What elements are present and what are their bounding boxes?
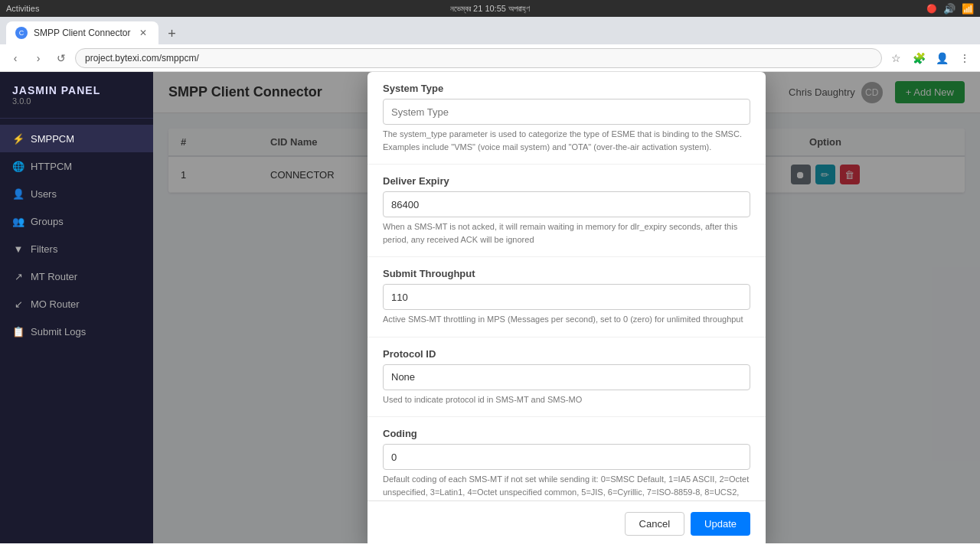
new-tab-button[interactable]: + (162, 23, 183, 44)
submit-logs-label: Submit Logs (31, 326, 86, 337)
help-protocol-id: Used to indicate protocol id in SMS-MT a… (383, 393, 750, 406)
address-bar: ‹ › ↺ ☆ 🧩 👤 ⋮ (0, 44, 980, 72)
label-system-type: System Type (383, 83, 750, 94)
menu-button[interactable]: ⋮ (956, 49, 974, 67)
mt-router-icon: ↗ (12, 270, 24, 282)
label-submit-throughput: Submit Throughput (383, 268, 750, 279)
back-button[interactable]: ‹ (6, 49, 24, 67)
help-submit-throughput: Active SMS-MT throttling in MPS (Message… (383, 313, 750, 326)
groups-label: Groups (31, 216, 64, 227)
tray-icon-1: 🔊 (943, 3, 956, 15)
datetime: নভেম্বর 21 10:55 অপরাহ্ণ (450, 4, 530, 14)
help-deliver-expiry: When a SMS-MT is not acked, it will rema… (383, 220, 750, 246)
url-input[interactable] (75, 48, 882, 68)
sidebar-item-users[interactable]: 👤 Users (0, 180, 153, 207)
tab-close-button[interactable]: ✕ (137, 27, 149, 39)
input-protocol-id[interactable] (383, 364, 750, 390)
activities-label[interactable]: Activities (6, 4, 39, 13)
form-group-deliver-expiry: Deliver Expiry When a SMS-MT is not acke… (368, 165, 766, 257)
page-wrapper: JASMIN PANEL 3.0.0 ⚡ SMPPCM 🌐 HTTPCM 👤 U… (0, 72, 980, 543)
sidebar-logo: JASMIN PANEL 3.0.0 (0, 72, 153, 119)
sidebar-item-submit-logs[interactable]: 📋 Submit Logs (0, 318, 153, 345)
input-deliver-expiry[interactable] (383, 191, 750, 217)
main-content: SMPP Client Connector Chris Daughtry CD … (153, 72, 980, 543)
sidebar-item-httpcm[interactable]: 🌐 HTTPCM (0, 152, 153, 180)
input-coding[interactable] (383, 444, 750, 470)
edit-modal: System Type The system_type parameter is… (368, 72, 766, 543)
extensions-button[interactable]: 🧩 (910, 49, 928, 67)
users-icon: 👤 (12, 187, 24, 200)
tray-indicator: 🔴 (926, 4, 937, 14)
sidebar-item-filters[interactable]: ▼ Filters (0, 235, 153, 262)
input-system-type[interactable] (383, 99, 750, 125)
label-protocol-id: Protocol ID (383, 348, 750, 360)
tab-bar: C SMPP Client Connector ✕ + (0, 17, 980, 44)
tray-icon-2: 📶 (962, 3, 974, 15)
mo-router-icon: ↙ (12, 298, 24, 310)
label-coding: Coding (383, 428, 750, 439)
label-deliver-expiry: Deliver Expiry (383, 175, 750, 187)
system-topbar: Activities নভেম্বর 21 10:55 অপরাহ্ণ 🔴 🔊 … (0, 0, 980, 17)
system-tray: 🔴 🔊 📶 (926, 3, 974, 15)
modal-overlay: System Type The system_type parameter is… (153, 72, 980, 543)
tab-favicon: C (15, 27, 28, 39)
version-text: 3.0.0 (12, 96, 141, 106)
tab-title: SMPP Client Connector (34, 28, 131, 38)
groups-icon: 👥 (12, 215, 24, 227)
sidebar: JASMIN PANEL 3.0.0 ⚡ SMPPCM 🌐 HTTPCM 👤 U… (0, 72, 153, 543)
form-group-protocol-id: Protocol ID Used to indicate protocol id… (368, 337, 766, 418)
forward-button[interactable]: › (29, 49, 47, 67)
smppcm-icon: ⚡ (12, 132, 24, 145)
filters-icon: ▼ (12, 243, 24, 255)
smppcm-label: SMPPCM (31, 133, 74, 145)
httpcm-label: HTTPCM (31, 161, 72, 172)
sidebar-item-mo-router[interactable]: ↙ MO Router (0, 290, 153, 318)
submit-logs-icon: 📋 (12, 325, 24, 337)
reload-button[interactable]: ↺ (52, 49, 70, 67)
users-label: Users (31, 188, 57, 200)
bookmark-button[interactable]: ☆ (887, 49, 905, 67)
httpcm-icon: 🌐 (12, 160, 24, 172)
sidebar-item-mt-router[interactable]: ↗ MT Router (0, 262, 153, 290)
input-submit-throughput[interactable] (383, 284, 750, 310)
form-group-system-type: System Type The system_type parameter is… (368, 72, 766, 165)
modal-footer: Cancel Update (368, 500, 766, 543)
profile-button[interactable]: 👤 (933, 49, 951, 67)
mo-router-label: MO Router (31, 298, 80, 310)
modal-body: System Type The system_type parameter is… (368, 72, 766, 543)
sidebar-nav: ⚡ SMPPCM 🌐 HTTPCM 👤 Users 👥 Groups ▼ (0, 119, 153, 543)
update-button[interactable]: Update (691, 512, 750, 536)
browser-tab[interactable]: C SMPP Client Connector ✕ (6, 21, 158, 44)
sidebar-item-groups[interactable]: 👥 Groups (0, 207, 153, 235)
mt-router-label: MT Router (31, 271, 77, 282)
form-group-submit-throughput: Submit Throughput Active SMS-MT throttli… (368, 257, 766, 337)
logo-text: JASMIN PANEL (12, 84, 141, 96)
sidebar-item-smppcm[interactable]: ⚡ SMPPCM (0, 125, 153, 152)
filters-label: Filters (31, 243, 57, 255)
cancel-button[interactable]: Cancel (625, 512, 684, 536)
help-system-type: The system_type parameter is used to cat… (383, 128, 750, 153)
